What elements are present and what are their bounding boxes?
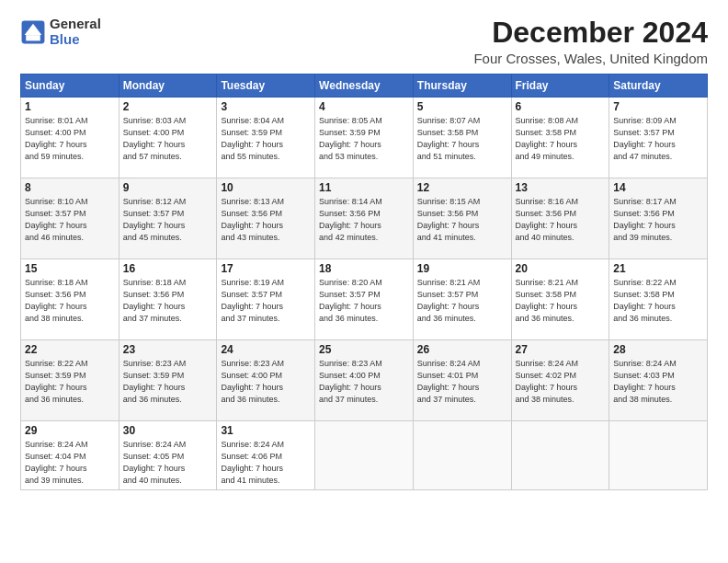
daylight-label: Daylight: 7 hours [613, 140, 676, 149]
day-cell: 2 Sunrise: 8:03 AM Sunset: 4:00 PM Dayli… [119, 98, 217, 178]
day-number: 9 [123, 181, 213, 194]
sunrise-label: Sunrise: 8:23 AM [221, 359, 284, 368]
sunrise-label: Sunrise: 8:23 AM [123, 359, 187, 368]
day-number: 1 [25, 100, 115, 113]
daylight-minutes: and 38 minutes. [516, 395, 574, 404]
day-number: 8 [25, 181, 115, 194]
daylight-minutes: and 37 minutes. [319, 395, 378, 404]
sunrise-label: Sunrise: 8:04 AM [221, 116, 284, 125]
sunrise-label: Sunrise: 8:13 AM [221, 197, 284, 206]
day-cell: 14 Sunrise: 8:17 AM Sunset: 3:56 PM Dayl… [609, 178, 708, 259]
calendar-subtitle: Four Crosses, Wales, United Kingdom [473, 51, 708, 66]
daylight-label: Daylight: 7 hours [319, 140, 381, 149]
header-cell-friday: Friday [511, 75, 609, 98]
daylight-label: Daylight: 7 hours [319, 221, 381, 230]
daylight-minutes: and 36 minutes. [516, 314, 574, 323]
header-row: SundayMondayTuesdayWednesdayThursdayFrid… [21, 75, 708, 98]
calendar-header: SundayMondayTuesdayWednesdayThursdayFrid… [21, 75, 708, 98]
day-cell: 12 Sunrise: 8:15 AM Sunset: 3:56 PM Dayl… [413, 178, 511, 259]
day-info: Sunrise: 8:13 AM Sunset: 3:56 PM Dayligh… [221, 196, 311, 244]
day-info: Sunrise: 8:07 AM Sunset: 3:58 PM Dayligh… [417, 115, 507, 163]
daylight-label: Daylight: 7 hours [417, 140, 480, 149]
day-cell [413, 421, 511, 490]
calendar-body: 1 Sunrise: 8:01 AM Sunset: 4:00 PM Dayli… [21, 98, 708, 490]
sunset-label: Sunset: 4:01 PM [417, 371, 479, 380]
daylight-label: Daylight: 7 hours [221, 302, 283, 311]
daylight-minutes: and 57 minutes. [123, 152, 182, 161]
sunset-label: Sunset: 3:57 PM [417, 290, 479, 299]
day-number: 29 [25, 424, 115, 437]
daylight-minutes: and 37 minutes. [417, 395, 476, 404]
day-cell: 30 Sunrise: 8:24 AM Sunset: 4:05 PM Dayl… [119, 421, 217, 490]
daylight-minutes: and 36 minutes. [417, 314, 476, 323]
sunrise-label: Sunrise: 8:16 AM [516, 197, 579, 206]
day-cell: 6 Sunrise: 8:08 AM Sunset: 3:58 PM Dayli… [511, 98, 609, 178]
sunset-label: Sunset: 4:02 PM [516, 371, 577, 380]
day-number: 4 [319, 100, 409, 113]
daylight-minutes: and 53 minutes. [319, 152, 378, 161]
day-number: 25 [319, 343, 409, 356]
day-number: 30 [123, 424, 213, 437]
sunset-label: Sunset: 4:00 PM [221, 371, 282, 380]
day-cell: 25 Sunrise: 8:23 AM Sunset: 4:00 PM Dayl… [315, 340, 414, 421]
day-info: Sunrise: 8:14 AM Sunset: 3:56 PM Dayligh… [319, 196, 409, 244]
day-cell: 22 Sunrise: 8:22 AM Sunset: 3:59 PM Dayl… [21, 340, 119, 421]
daylight-label: Daylight: 7 hours [25, 140, 87, 149]
daylight-label: Daylight: 7 hours [221, 383, 283, 392]
sunset-label: Sunset: 3:58 PM [516, 290, 577, 299]
day-info: Sunrise: 8:23 AM Sunset: 3:59 PM Dayligh… [123, 358, 213, 406]
sunset-label: Sunset: 3:56 PM [319, 209, 381, 218]
day-cell [609, 421, 708, 490]
day-cell: 26 Sunrise: 8:24 AM Sunset: 4:01 PM Dayl… [413, 340, 511, 421]
sunrise-label: Sunrise: 8:07 AM [417, 116, 481, 125]
sunset-label: Sunset: 3:57 PM [613, 128, 675, 137]
day-info: Sunrise: 8:17 AM Sunset: 3:56 PM Dayligh… [613, 196, 703, 244]
week-row-2: 8 Sunrise: 8:10 AM Sunset: 3:57 PM Dayli… [21, 178, 708, 259]
sunset-label: Sunset: 4:00 PM [319, 371, 381, 380]
calendar-title: December 2024 [473, 17, 708, 49]
week-row-5: 29 Sunrise: 8:24 AM Sunset: 4:04 PM Dayl… [21, 421, 708, 490]
sunrise-label: Sunrise: 8:24 AM [221, 440, 284, 449]
sunrise-label: Sunrise: 8:21 AM [417, 278, 481, 287]
day-cell: 23 Sunrise: 8:23 AM Sunset: 3:59 PM Dayl… [119, 340, 217, 421]
week-row-1: 1 Sunrise: 8:01 AM Sunset: 4:00 PM Dayli… [21, 98, 708, 178]
week-row-4: 22 Sunrise: 8:22 AM Sunset: 3:59 PM Dayl… [21, 340, 708, 421]
day-info: Sunrise: 8:18 AM Sunset: 3:56 PM Dayligh… [123, 277, 213, 325]
daylight-minutes: and 40 minutes. [516, 233, 574, 242]
daylight-minutes: and 39 minutes. [25, 476, 84, 485]
sunrise-label: Sunrise: 8:08 AM [516, 116, 579, 125]
sunrise-label: Sunrise: 8:23 AM [319, 359, 382, 368]
sunrise-label: Sunrise: 8:24 AM [516, 359, 579, 368]
day-number: 26 [417, 343, 507, 356]
sunrise-label: Sunrise: 8:24 AM [123, 440, 187, 449]
day-info: Sunrise: 8:01 AM Sunset: 4:00 PM Dayligh… [25, 115, 115, 163]
daylight-label: Daylight: 7 hours [123, 302, 186, 311]
daylight-label: Daylight: 7 hours [221, 464, 283, 473]
day-cell: 11 Sunrise: 8:14 AM Sunset: 3:56 PM Dayl… [315, 178, 414, 259]
sunset-label: Sunset: 3:59 PM [319, 128, 381, 137]
daylight-minutes: and 38 minutes. [613, 395, 672, 404]
sunrise-label: Sunrise: 8:22 AM [613, 278, 677, 287]
day-cell: 18 Sunrise: 8:20 AM Sunset: 3:57 PM Dayl… [315, 259, 414, 340]
day-number: 5 [417, 100, 507, 113]
sunset-label: Sunset: 3:58 PM [516, 128, 577, 137]
sunset-label: Sunset: 4:00 PM [123, 128, 185, 137]
header-cell-sunday: Sunday [21, 75, 119, 98]
header-cell-saturday: Saturday [609, 75, 708, 98]
day-info: Sunrise: 8:24 AM Sunset: 4:01 PM Dayligh… [417, 358, 507, 406]
daylight-label: Daylight: 7 hours [25, 302, 87, 311]
daylight-minutes: and 36 minutes. [25, 395, 84, 404]
day-info: Sunrise: 8:19 AM Sunset: 3:57 PM Dayligh… [221, 277, 311, 325]
daylight-label: Daylight: 7 hours [123, 221, 186, 230]
day-info: Sunrise: 8:24 AM Sunset: 4:02 PM Dayligh… [516, 358, 606, 406]
header-cell-tuesday: Tuesday [217, 75, 315, 98]
sunset-label: Sunset: 3:56 PM [613, 209, 675, 218]
daylight-minutes: and 36 minutes. [319, 314, 378, 323]
daylight-minutes: and 46 minutes. [25, 233, 84, 242]
calendar-page: General Blue December 2024 Four Crosses,… [0, 0, 728, 563]
day-number: 27 [516, 343, 606, 356]
day-info: Sunrise: 8:10 AM Sunset: 3:57 PM Dayligh… [25, 196, 115, 244]
day-cell: 9 Sunrise: 8:12 AM Sunset: 3:57 PM Dayli… [119, 178, 217, 259]
day-number: 17 [221, 262, 311, 275]
day-cell: 19 Sunrise: 8:21 AM Sunset: 3:57 PM Dayl… [413, 259, 511, 340]
